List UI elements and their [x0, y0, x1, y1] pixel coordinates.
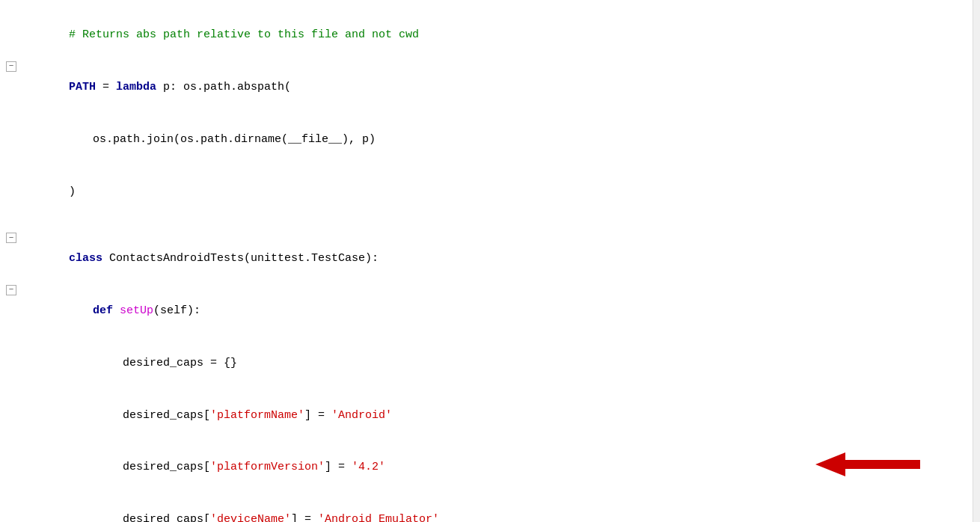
code-line-comment: # Returns abs path relative to this file…: [0, 9, 980, 61]
funcname-setup: setUp: [120, 304, 153, 317]
blank-line-1: [0, 218, 980, 233]
comment-text: # Returns abs path relative to this file…: [69, 28, 419, 41]
keyword-def: def: [93, 304, 113, 317]
fold-icon-path[interactable]: −: [6, 61, 16, 72]
code-content-def: def setUp(self):: [22, 285, 980, 337]
code-viewer: # Returns abs path relative to this file…: [0, 0, 980, 522]
code-line-def: − def setUp(self):: [0, 285, 980, 337]
code-line-path1: − PATH = lambda p: os.path.abspath(: [0, 61, 980, 114]
keyword-lambda: lambda: [116, 81, 156, 93]
code-line-platform-name: desired_caps['platformName'] = 'Android': [0, 389, 980, 441]
code-line-class: − class ContactsAndroidTests(unittest.Te…: [0, 233, 980, 285]
code-content-path2: os.path.join(os.path.dirname(__file__), …: [22, 114, 980, 166]
code-content-platform-version: desired_caps['platformVersion'] = '4.2': [22, 441, 980, 494]
scrollbar[interactable]: [973, 0, 980, 522]
code-content-device-name: desired_caps['deviceName'] = 'Android Em…: [22, 494, 980, 522]
code-content-path1: PATH = lambda p: os.path.abspath(: [22, 61, 980, 114]
keyword-path: PATH: [69, 81, 96, 93]
fold-icon-def[interactable]: −: [6, 285, 16, 295]
code-line-device-name: desired_caps['deviceName'] = 'Android Em…: [0, 494, 980, 522]
keyword-class: class: [69, 252, 102, 265]
code-content-caps-init: desired_caps = {}: [22, 337, 980, 390]
code-content-path-close: ): [22, 165, 980, 218]
code-content-class: class ContactsAndroidTests(unittest.Test…: [22, 233, 980, 285]
code-line-caps-init: desired_caps = {}: [0, 337, 980, 390]
code-content-platform-name: desired_caps['platformName'] = 'Android': [22, 389, 980, 441]
code-line-path2: os.path.join(os.path.dirname(__file__), …: [0, 114, 980, 166]
gutter-path1: −: [0, 61, 22, 72]
code-content-comment: # Returns abs path relative to this file…: [22, 9, 980, 61]
code-line-platform-version: desired_caps['platformVersion'] = '4.2': [0, 441, 980, 494]
gutter-class: −: [0, 233, 22, 243]
gutter-def: −: [0, 285, 22, 295]
code-line-path-close: ): [0, 165, 980, 218]
fold-icon-class[interactable]: −: [6, 233, 16, 243]
